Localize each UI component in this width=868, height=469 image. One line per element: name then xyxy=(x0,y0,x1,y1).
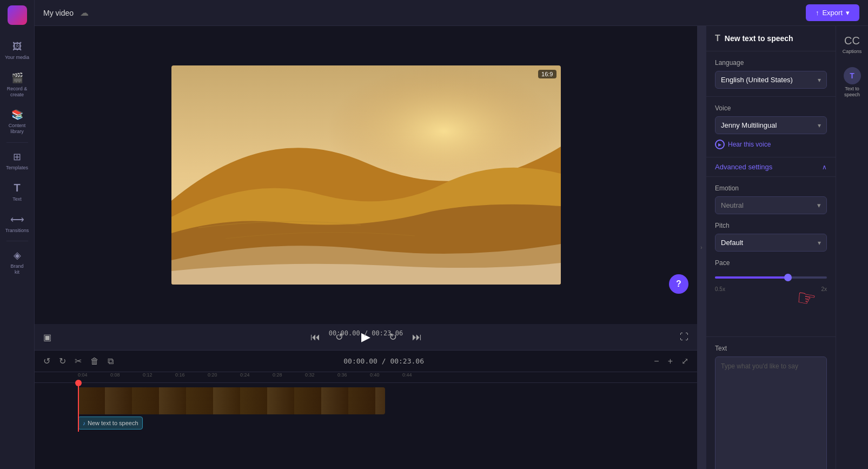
record-create-icon: 🎬 xyxy=(11,71,24,84)
captions-panel: CC Captions T Text to speech xyxy=(836,26,868,469)
video-area: 16:9 ? ⏮ ↺ ▶ ↻ ⏭ ⛶ ▣ 00:00.00 / 00:23.06 xyxy=(35,26,697,469)
fullscreen-button[interactable]: ⛶ xyxy=(680,332,688,342)
sidebar-item-content-library[interactable]: 📚 Contentlibrary xyxy=(2,104,32,139)
audio-track-icon: ♪ xyxy=(83,420,85,426)
fit-button[interactable]: ⤢ xyxy=(679,354,691,368)
pace-slider-container xyxy=(715,271,827,284)
transitions-icon: ⟷ xyxy=(11,213,24,226)
sidebar-divider xyxy=(6,142,28,143)
sidebar-item-label: Record &create xyxy=(7,86,28,98)
cloud-save-icon: ☁ xyxy=(80,8,89,18)
main-area: My video ☁ ↑ Export ▾ xyxy=(35,0,868,469)
text-label: Text xyxy=(715,345,827,352)
video-preview: 16:9 ? xyxy=(35,26,697,324)
video-track-row xyxy=(78,387,697,414)
sidebar-item-label: Text xyxy=(12,196,22,202)
sidebar-item-label: Your media xyxy=(5,55,29,61)
video-controls: ⏮ ↺ ▶ ↻ ⏭ ⛶ ▣ 00:00.00 / 00:23.06 xyxy=(35,324,697,350)
pitch-select[interactable]: Default ▾ xyxy=(715,234,827,252)
delete-button[interactable]: 🗑 xyxy=(88,354,101,368)
text-input[interactable] xyxy=(715,356,827,469)
timeline-tracks: ♪ New text to speech xyxy=(35,383,697,432)
advanced-settings-title: Advanced settings xyxy=(715,163,772,171)
your-media-icon: 🖼 xyxy=(11,40,24,53)
sidebar-item-templates[interactable]: ⊞ Templates xyxy=(2,146,32,175)
advanced-settings-header[interactable]: Advanced settings ∧ xyxy=(706,157,836,177)
sidebar-item-text[interactable]: T Text xyxy=(2,177,32,207)
sidebar-item-label: Templates xyxy=(6,165,28,171)
voice-select[interactable]: Jenny Multilingual ▾ xyxy=(715,116,827,134)
panel-title: New text to speech xyxy=(725,34,793,43)
help-button[interactable]: ? xyxy=(669,274,688,294)
aspect-ratio-badge: 16:9 xyxy=(538,70,556,78)
cut-button[interactable]: ✂ xyxy=(72,354,84,368)
sidebar-item-label: Contentlibrary xyxy=(9,123,26,135)
sidebar-item-your-media[interactable]: 🖼 Your media xyxy=(2,36,32,65)
text-icon: T xyxy=(11,182,24,195)
time-display: 00:00.00 / 00:23.06 xyxy=(329,329,403,337)
topbar: My video ☁ ↑ Export ▾ xyxy=(35,0,868,26)
video-track[interactable] xyxy=(78,387,385,414)
pace-max-label: 2x xyxy=(821,286,827,292)
language-label: Language xyxy=(715,59,827,67)
pace-slider-thumb[interactable] xyxy=(784,274,792,281)
emotion-arrow-icon: ▾ xyxy=(817,201,821,209)
pace-min-label: 0.5x xyxy=(715,286,725,292)
tts-icon: T xyxy=(844,67,861,84)
templates-icon: ⊞ xyxy=(11,150,24,163)
right-panel: T New text to speech Language English (U… xyxy=(706,26,836,469)
zoom-out-button[interactable]: − xyxy=(652,354,661,368)
cursor-arrow-icon: ☞ xyxy=(794,284,818,312)
language-select-arrow: ▾ xyxy=(818,76,821,84)
sidebar: 🖼 Your media 🎬 Record &create 📚 Contentl… xyxy=(0,0,35,469)
sidebar-item-label: Brandkit xyxy=(10,263,23,275)
skip-forward-button[interactable]: ⏭ xyxy=(410,329,424,345)
tts-item[interactable]: T Text to speech xyxy=(836,63,868,102)
sidebar-item-brand-kit[interactable]: ◈ Brandkit xyxy=(2,245,32,280)
hear-voice-button[interactable]: ▶ Hear this voice xyxy=(715,140,771,149)
pitch-arrow-icon: ▾ xyxy=(818,239,821,247)
video-frame[interactable]: 16:9 xyxy=(171,65,561,285)
voice-label: Voice xyxy=(715,104,827,112)
redo-button[interactable]: ↻ xyxy=(57,354,68,368)
voice-section: Voice Jenny Multilingual ▾ ▶ Hear this v… xyxy=(706,97,836,157)
sidebar-item-record-create[interactable]: 🎬 Record &create xyxy=(2,67,32,102)
audio-track-label: New text to speech xyxy=(88,420,138,426)
sidebar-item-label: Transitions xyxy=(5,228,29,234)
text-section: Text Maximum duration is 10 min xyxy=(706,337,836,469)
play-voice-icon: ▶ xyxy=(715,140,725,149)
timeline-toolbar: ↺ ↻ ✂ 🗑 ⧉ 00:00.00 / 00:23.06 − + ⤢ xyxy=(35,351,697,372)
pace-slider-fill xyxy=(715,276,788,279)
export-icon: ↑ xyxy=(816,9,819,17)
audio-track-row: ♪ New text to speech xyxy=(78,417,697,432)
screenshot-button[interactable]: ▣ xyxy=(43,332,51,342)
undo-button[interactable]: ↺ xyxy=(41,354,52,368)
emotion-label: Emotion xyxy=(715,184,827,192)
export-button[interactable]: ↑ Export ▾ xyxy=(806,4,859,21)
skip-back-button[interactable]: ⏮ xyxy=(308,329,322,345)
zoom-in-button[interactable]: + xyxy=(666,354,675,368)
sidebar-item-transitions[interactable]: ⟷ Transitions xyxy=(2,209,32,238)
tts-label: Text to speech xyxy=(838,86,866,98)
video-track-thumbnails xyxy=(78,387,385,414)
captions-label: Captions xyxy=(843,49,862,54)
content-library-icon: 📚 xyxy=(11,108,24,121)
duplicate-button[interactable]: ⧉ xyxy=(105,354,116,368)
language-section: Language English (United States) ▾ xyxy=(706,51,836,97)
language-select[interactable]: English (United States) ▾ xyxy=(715,71,827,89)
collapse-icon: › xyxy=(700,245,702,250)
audio-track[interactable]: ♪ New text to speech xyxy=(78,417,143,430)
pace-label: Pace xyxy=(715,259,827,267)
captions-item[interactable]: CC Captions xyxy=(840,30,864,58)
panel-collapse-handle[interactable]: › xyxy=(697,26,706,469)
time-display: 00:00.00 / 00:23.06 xyxy=(120,357,647,365)
app-logo[interactable] xyxy=(6,4,28,26)
sidebar-divider xyxy=(6,241,28,241)
panel-header: T New text to speech xyxy=(706,26,836,51)
playhead[interactable] xyxy=(78,383,79,432)
content-area: 16:9 ? ⏮ ↺ ▶ ↻ ⏭ ⛶ ▣ 00:00.00 / 00:23.06 xyxy=(35,26,868,469)
advanced-content: Emotion Neutral ▾ Pitch Default ▾ Pace xyxy=(706,177,836,337)
emotion-select[interactable]: Neutral ▾ xyxy=(715,196,827,214)
pitch-label: Pitch xyxy=(715,222,827,229)
project-title[interactable]: My video xyxy=(43,9,74,17)
